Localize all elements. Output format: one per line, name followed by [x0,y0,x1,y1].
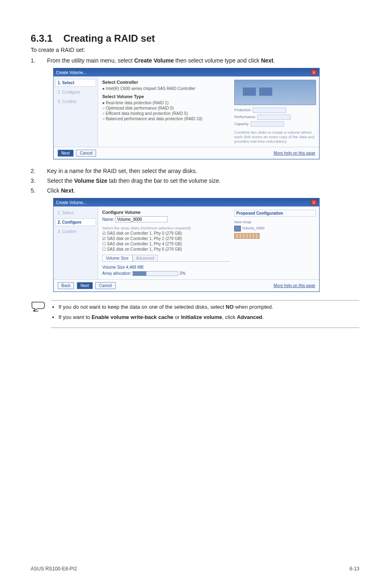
raid-graphic [234,80,316,105]
step-text: From the utility main menu, select Creat… [47,57,359,64]
radio-label: Efficient data hosting and protection (R… [106,111,188,116]
volume-type-raid5[interactable]: ○ Efficient data hosting and protection … [102,111,230,116]
info-protection-label: Protection [234,108,251,112]
step-number: 1. [31,57,47,64]
screenshot-1: Create Volume... x 1. Select 2. Configur… [53,68,359,159]
text: If you want to [58,314,92,320]
volume-type-raid1[interactable]: ● Real-time data protection (RAID 1) [102,101,230,105]
select-volume-type-heading: Select Volume Type [102,94,230,99]
disk-label: SAS disk on Controller 1, Phy 0 (279 GB) [107,231,182,236]
note-icon [31,300,51,314]
screenshot-2: Create Volume... x 1. Select 2. Configur… [53,198,359,292]
bold: Next [261,57,273,64]
wizard-main: Select Controller ● Intel(R) C600 series… [98,76,234,147]
disk-checkbox-2[interactable]: ☑ SAS disk on Controller 1, Phy 2 (279 G… [102,236,230,241]
bold: Enable volume write-back cache [92,314,173,320]
next-button[interactable]: Next [58,150,74,157]
bold: Advanced [237,314,262,320]
select-disks-heading: Select the array disks (minimum selectio… [102,226,230,230]
sidebar-step-select[interactable]: 1. Select [55,209,96,217]
back-button[interactable]: Back [58,282,74,289]
sidebar-step-select[interactable]: 1. Select [55,79,96,87]
text: . [74,187,75,194]
footer-page-number: 6-13 [350,566,359,572]
allocation-slider[interactable] [132,271,178,276]
disk-bar-icon [234,233,260,239]
info-performance-bar [257,114,291,120]
text: Select the [47,177,74,184]
text: then select volume type and click [174,57,261,64]
info-capacity-label: Capacity [234,122,249,126]
disk-label: SAS disk on Controller 1, Phy 4 (279 GB) [107,242,182,246]
help-link[interactable]: More help on this page [273,283,315,288]
volume-name-input[interactable] [115,216,168,222]
text: From the utility main menu, select [47,57,134,64]
configure-volume-heading: Configure Volume [102,210,230,215]
controller-label: Intel(R) C600 series chipset SAS RAID Co… [106,86,195,91]
disk-checkbox-4[interactable]: ☐ SAS disk on Controller 1, Phy 4 (279 G… [102,242,230,246]
volume-type-raid0[interactable]: ○ Optimized disk performance (RAID 0) [102,106,230,110]
next-button[interactable]: Next [77,282,93,289]
bold: NO [226,304,234,310]
text: tab then drag the bar to set the volume … [108,177,221,184]
step-number: 2. [31,168,47,174]
footer-product: ASUS RS100-E8-PI2 [31,566,77,572]
proposed-array-label: New Array [234,220,316,224]
text: or [173,314,181,320]
note-item-1: If you do not want to keep the data on o… [58,304,359,310]
step-text: Key in a name for the RAID set, then sel… [47,168,359,174]
bold: Volume Size [74,177,107,184]
text: . [273,57,275,64]
step-1: 1. From the utility main menu, select Cr… [31,57,359,64]
radio-label: Optimized disk performance (RAID 0) [106,106,174,110]
info-description: Combine two disks to create a volume whe… [234,130,316,144]
volume-type-raid10[interactable]: ○ Balanced performance and data protecti… [102,117,230,121]
sidebar-step-configure[interactable]: 2. Configure [55,88,96,96]
bold: Initialize volume [181,314,222,320]
cancel-button[interactable]: Cancel [76,150,96,157]
step-5: 5. Click Next. [31,187,359,194]
close-icon[interactable]: x [311,200,317,205]
volume-icon [234,226,241,231]
info-panel: Protection Performance Capacity Combine … [234,76,319,147]
section-number: 6.3.1 [31,33,63,44]
tab-advanced[interactable]: Advanced [132,255,158,261]
sidebar-step-configure[interactable]: 2. Configure [55,218,96,226]
text: . [262,314,264,320]
info-capacity-bar [251,121,284,127]
name-label: Name: [102,217,114,222]
wizard-sidebar: 1. Select 2. Configure 3. Confirm [54,206,98,279]
text: when prompted. [234,304,273,310]
radio-label: Balanced performance and data protection… [106,117,202,121]
wizard-sidebar: 1. Select 2. Configure 3. Confirm [54,76,98,147]
text: Click [47,187,61,194]
sidebar-step-confirm[interactable]: 3. Confirm [55,98,96,105]
disk-checkbox-6[interactable]: ☐ SAS disk on Controller 1, Phy 6 (279 G… [102,247,230,251]
tab-volume-size[interactable]: Volume Size [102,255,132,261]
text: , click [222,314,237,320]
help-link[interactable]: More help on this page [273,151,315,155]
radio-label: Real-time data protection (RAID 1) [106,101,168,105]
close-icon[interactable]: x [311,70,317,75]
text: If you do not want to keep the data on o… [58,304,226,310]
proposed-volume-name: Volume_0000 [242,226,264,230]
volume-size-label: Volume Size 4,468 MB [102,265,230,269]
bold: Create Volume [134,57,174,64]
array-allocation-label: Array allocation: [102,271,132,276]
step-number: 5. [31,187,47,194]
controller-option[interactable]: ● Intel(R) C600 series chipset SAS RAID … [102,86,230,91]
step-text: Click Next. [47,187,359,194]
proposed-panel: Proposed Configuration New Array Volume_… [234,206,319,279]
intro-text: To create a RAID set: [31,47,359,53]
note-box: If you do not want to keep the data on o… [31,300,359,328]
section-title: Creating a RAID set [63,33,155,44]
wizard-main: Configure Volume Name: Select the array … [98,206,234,279]
note-item-2: If you want to Enable volume write-back … [58,314,359,320]
cancel-button[interactable]: Cancel [95,282,115,289]
info-performance-label: Performance [234,115,256,119]
disk-checkbox-0[interactable]: ☑ SAS disk on Controller 1, Phy 0 (279 G… [102,231,230,236]
window-title: Create Volume... [56,200,86,205]
window-title: Create Volume... [56,70,86,75]
step-number: 3. [31,177,47,184]
sidebar-step-confirm[interactable]: 3. Confirm [55,228,96,236]
